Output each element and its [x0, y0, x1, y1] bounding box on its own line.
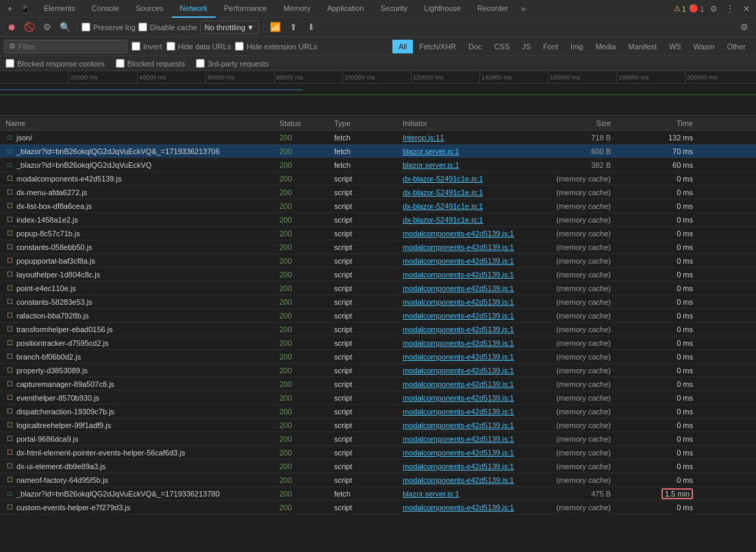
throttling-dropdown[interactable]: No throttling ▼	[200, 21, 259, 34]
initiator-cell[interactable]: modalcomponents-e42d5139.js:1	[397, 271, 534, 279]
hide-data-urls-checkbox[interactable]: Hide data URLs	[166, 42, 231, 51]
device-icon[interactable]: 📱	[18, 2, 32, 16]
preserve-log-checkbox[interactable]: Preserve log	[81, 23, 136, 32]
tab-memory[interactable]: Memory	[275, 0, 319, 18]
filter-toggle-button[interactable]: ⚙	[40, 20, 55, 35]
network-settings-icon[interactable]: ⚙	[737, 20, 752, 35]
initiator-cell[interactable]: modalcomponents-e42d5139.js:1	[397, 435, 534, 443]
table-row[interactable]: ☐ eventhelper-8570b930.js 200 script mod…	[0, 391, 756, 405]
initiator-cell[interactable]: modalcomponents-e42d5139.js:1	[397, 380, 534, 388]
initiator-cell[interactable]: modalcomponents-e42d5139.js:1	[397, 407, 534, 416]
col-header-size[interactable]: Size	[534, 119, 616, 127]
table-row[interactable]: ☐ modalcomponents-e42d5139.js 200 script…	[0, 172, 756, 186]
invert-checkbox[interactable]: Invert	[131, 42, 162, 51]
type-btn-doc[interactable]: Doc	[462, 40, 488, 53]
third-party-checkbox[interactable]: 3rd-party requests	[196, 59, 268, 68]
initiator-cell[interactable]: blazor.server.js:1	[397, 490, 534, 498]
tab-console[interactable]: Console	[84, 0, 127, 18]
type-btn-fetch_xhr[interactable]: Fetch/XHR	[413, 40, 462, 53]
col-header-initiator[interactable]: Initiator	[397, 119, 534, 127]
initiator-cell[interactable]: modalcomponents-e42d5139.js:1	[397, 339, 534, 347]
table-row[interactable]: ☐ dx-list-box-df8a6cea.js 200 script dx-…	[0, 199, 756, 213]
initiator-cell[interactable]: modalcomponents-e42d5139.js:1	[397, 421, 534, 429]
record-button[interactable]: ⏺	[4, 20, 19, 35]
tab-application[interactable]: Application	[319, 0, 373, 18]
type-btn-img[interactable]: Img	[564, 40, 589, 53]
type-btn-all[interactable]: All	[392, 40, 413, 53]
type-btn-ws[interactable]: WS	[663, 40, 688, 53]
inspect-icon[interactable]: ⌖	[3, 2, 16, 16]
wifi-icon[interactable]: 📶	[268, 20, 283, 35]
table-row[interactable]: ☐ positiontracker-d7595cd2.js 200 script…	[0, 336, 756, 350]
tab-performance[interactable]: Performance	[216, 0, 275, 18]
type-btn-media[interactable]: Media	[589, 40, 622, 53]
close-icon[interactable]: ✕	[740, 2, 753, 16]
table-row[interactable]: ☐ logicaltreehelper-99f1adf9.js 200 scri…	[0, 418, 756, 432]
table-row[interactable]: ☐ branch-bf06b0d2.js 200 script modalcom…	[0, 350, 756, 364]
type-btn-manifest[interactable]: Manifest	[622, 40, 663, 53]
initiator-cell[interactable]: modalcomponents-e42d5139.js:1	[397, 284, 534, 292]
table-row[interactable]: ☐ constants-58283e53.js 200 script modal…	[0, 295, 756, 309]
initiator-cell[interactable]: blazor.server.js:1	[397, 161, 534, 169]
initiator-cell[interactable]: modalcomponents-e42d5139.js:1	[397, 325, 534, 334]
table-row[interactable]: □ _blazor?id=bnB26okqlQG2dJqVuEckVQ 200 …	[0, 158, 756, 172]
table-row[interactable]: ☐ popupportal-baf3cf8a.js 200 script mod…	[0, 254, 756, 268]
table-row[interactable]: ☐ custom-events-helper-e7f279d3.js 200 s…	[0, 501, 756, 514]
table-row[interactable]: ☐ dx-menu-afda6272.js 200 script dx-blaz…	[0, 186, 756, 199]
hide-extension-urls-checkbox[interactable]: Hide extension URLs	[235, 42, 317, 51]
initiator-cell[interactable]: modalcomponents-e42d5139.js:1	[397, 394, 534, 402]
table-container[interactable]: □ json/ 200 fetch Interop.js:11 718 B 13…	[0, 131, 756, 552]
blocked-requests-checkbox[interactable]: Blocked requests	[116, 59, 185, 68]
settings-icon[interactable]: ⚙	[707, 2, 720, 16]
table-row[interactable]: ☐ rafaction-bba7928b.js 200 script modal…	[0, 309, 756, 323]
tab-lighthouse[interactable]: Lighthouse	[416, 0, 469, 18]
initiator-cell[interactable]: modalcomponents-e42d5139.js:1	[397, 243, 534, 251]
filter-input[interactable]	[18, 42, 114, 51]
table-row[interactable]: □ json/ 200 fetch Interop.js:11 718 B 13…	[0, 131, 756, 145]
initiator-cell[interactable]: Interop.js:11	[397, 134, 534, 142]
disable-cache-checkbox[interactable]: Disable cache	[138, 23, 197, 32]
timeline-area[interactable]: 20000 ms40000 ms60000 ms80000 ms100000 m…	[0, 71, 756, 116]
initiator-cell[interactable]: modalcomponents-e42d5139.js:1	[397, 449, 534, 457]
type-btn-css[interactable]: CSS	[488, 40, 516, 53]
tab-sources[interactable]: Sources	[127, 0, 171, 18]
initiator-cell[interactable]: modalcomponents-e42d5139.js:1	[397, 366, 534, 375]
initiator-cell[interactable]: modalcomponents-e42d5139.js:1	[397, 257, 534, 265]
initiator-cell[interactable]: dx-blazor-52491c1e.js:1	[397, 175, 534, 183]
type-btn-wasm[interactable]: Wasm	[688, 40, 721, 53]
table-row[interactable]: ☐ layouthelper-1d804c8c.js 200 script mo…	[0, 268, 756, 281]
table-row[interactable]: ☐ transformhelper-ebad0156.js 200 script…	[0, 323, 756, 336]
initiator-cell[interactable]: dx-blazor-52491c1e.js:1	[397, 216, 534, 224]
table-row[interactable]: ☐ dx-ui-element-db9e89a3.js 200 script m…	[0, 460, 756, 473]
table-row[interactable]: ☐ property-d3853089.js 200 script modalc…	[0, 364, 756, 377]
initiator-cell[interactable]: modalcomponents-e42d5139.js:1	[397, 312, 534, 320]
tab-security[interactable]: Security	[372, 0, 416, 18]
tab-network[interactable]: Network	[172, 0, 216, 18]
more-options-icon[interactable]: ⋮	[723, 2, 737, 16]
type-btn-js[interactable]: JS	[516, 40, 537, 53]
tab-recorder[interactable]: Recorder	[469, 0, 516, 18]
table-row[interactable]: ☐ nameof-factory-64d95f5b.js 200 script …	[0, 473, 756, 487]
initiator-cell[interactable]: modalcomponents-e42d5139.js:1	[397, 462, 534, 471]
tab-elements[interactable]: Elements	[36, 0, 84, 18]
search-button[interactable]: 🔍	[58, 20, 73, 35]
initiator-cell[interactable]: modalcomponents-e42d5139.js:1	[397, 229, 534, 238]
col-header-status[interactable]: Status	[274, 119, 329, 127]
table-row[interactable]: ☐ dispatcheraction-19309c7b.js 200 scrip…	[0, 405, 756, 418]
more-tabs-icon[interactable]: »	[516, 2, 530, 16]
table-row[interactable]: ☐ capturemanager-89a507c8.js 200 script …	[0, 377, 756, 391]
initiator-cell[interactable]: modalcomponents-e42d5139.js:1	[397, 298, 534, 306]
table-row[interactable]: ☐ point-e4ec110e.js 200 script modalcomp…	[0, 281, 756, 295]
initiator-cell[interactable]: blazor.server.js:1	[397, 147, 534, 155]
table-row[interactable]: ☐ portal-9686dca9.js 200 script modalcom…	[0, 432, 756, 446]
clear-button[interactable]: 🚫	[22, 20, 37, 35]
initiator-cell[interactable]: modalcomponents-e42d5139.js:1	[397, 353, 534, 361]
table-row[interactable]: ☐ index-1458a1e2.js 200 script dx-blazor…	[0, 213, 756, 227]
download-icon[interactable]: ⬇	[303, 20, 318, 35]
blocked-cookies-checkbox[interactable]: Blocked response cookies	[5, 59, 105, 68]
type-btn-other[interactable]: Other	[720, 40, 752, 53]
table-row[interactable]: ☐ dx-html-element-pointer-events-helper-…	[0, 446, 756, 460]
initiator-cell[interactable]: dx-blazor-52491c1e.js:1	[397, 188, 534, 197]
table-row[interactable]: ☐ constants-058ebb50.js 200 script modal…	[0, 240, 756, 254]
upload-icon[interactable]: ⬆	[286, 20, 301, 35]
